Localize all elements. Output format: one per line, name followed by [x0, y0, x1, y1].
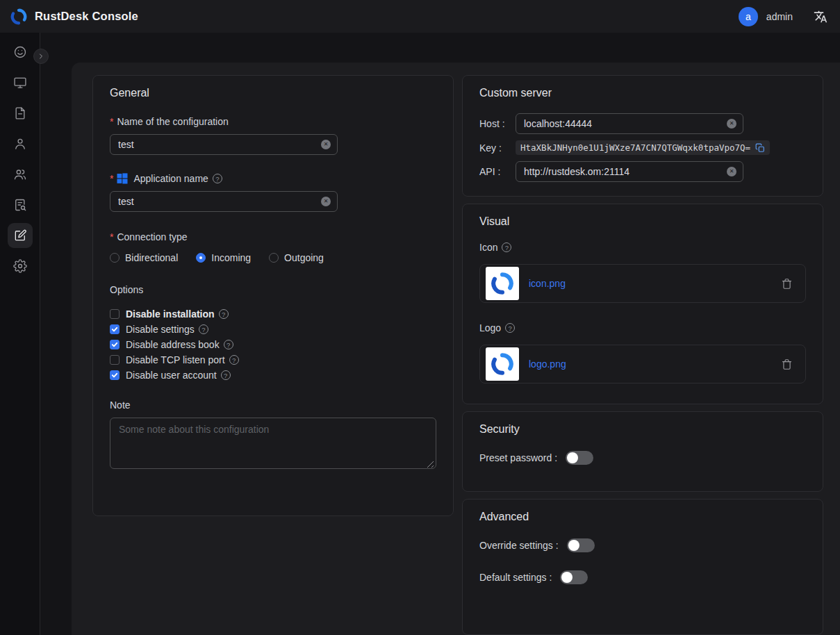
option-disable-tcp-listen-port[interactable]: Disable TCP listen port	[110, 352, 436, 368]
advanced-title: Advanced	[479, 511, 806, 523]
icon-file-thumbnail	[486, 267, 519, 300]
help-icon[interactable]	[219, 309, 229, 319]
sidebar	[0, 33, 40, 635]
brand: RustDesk Console	[10, 8, 138, 26]
host-input-wrap	[516, 113, 743, 134]
windows-icon	[117, 173, 128, 184]
option-disable-installation[interactable]: Disable installation	[110, 306, 436, 322]
copy-icon[interactable]	[755, 143, 765, 153]
icon-label: Icon	[479, 242, 806, 253]
rustdesk-logo-icon	[490, 352, 515, 377]
help-icon[interactable]	[213, 174, 222, 183]
help-icon[interactable]	[221, 370, 231, 380]
sidebar-item-groups[interactable]	[8, 162, 33, 187]
user-icon	[13, 137, 27, 151]
sidebar-item-audit[interactable]	[8, 101, 33, 126]
clear-icon[interactable]	[321, 140, 331, 149]
logo-file-thumbnail	[486, 347, 519, 381]
help-icon[interactable]	[229, 355, 239, 365]
main-content: General * Name of the configuration * Ap…	[72, 63, 840, 635]
help-icon[interactable]	[199, 324, 208, 334]
note-textarea[interactable]	[110, 418, 436, 469]
sidebar-item-users[interactable]	[8, 131, 33, 156]
rustdesk-logo-icon	[10, 8, 28, 26]
radio-circle[interactable]	[269, 253, 279, 263]
default-settings-toggle[interactable]	[560, 570, 588, 584]
radio-circle[interactable]	[110, 253, 120, 263]
host-label: Host :	[479, 118, 516, 129]
sidebar-collapse-button[interactable]	[33, 49, 49, 64]
clear-icon[interactable]	[727, 167, 736, 176]
logo-file-link[interactable]: logo.png	[529, 358, 566, 370]
rustdesk-logo-icon	[490, 271, 515, 296]
sidebar-item-custom-clients[interactable]	[8, 223, 33, 248]
required-asterisk: *	[110, 173, 113, 184]
help-icon[interactable]	[502, 242, 511, 252]
app-title: RustDesk Console	[35, 10, 138, 23]
name-label: * Name of the configuration	[110, 116, 436, 127]
trash-icon[interactable]	[781, 278, 793, 290]
connection-type-group: Bidirectional Incoming Outgoing	[110, 252, 436, 263]
security-card: Security Preset password :	[462, 411, 823, 492]
document-icon	[13, 106, 27, 120]
icon-file-card: icon.png	[479, 264, 806, 303]
host-input[interactable]	[524, 118, 727, 129]
chevron-right-icon	[37, 52, 45, 60]
option-disable-address-book[interactable]: Disable address book	[110, 337, 436, 352]
checkbox[interactable]	[110, 309, 120, 319]
topbar: RustDesk Console a admin	[0, 0, 840, 33]
checkbox[interactable]	[110, 324, 120, 334]
option-disable-settings[interactable]: Disable settings	[110, 322, 436, 337]
monitor-icon	[13, 76, 27, 90]
radio-circle[interactable]	[196, 253, 206, 263]
translate-icon[interactable]	[814, 10, 827, 24]
preset-password-toggle[interactable]	[566, 451, 593, 465]
default-settings-row: Default settings :	[479, 570, 806, 584]
app-name-input[interactable]	[118, 196, 321, 207]
note-label: Note	[110, 399, 436, 411]
clear-icon[interactable]	[727, 119, 736, 129]
sidebar-item-devices[interactable]	[8, 70, 33, 95]
sidebar-item-dashboard[interactable]	[8, 40, 33, 65]
general-title: General	[110, 87, 436, 99]
logo-file-card: logo.png	[479, 345, 806, 384]
override-settings-row: Override settings :	[479, 538, 806, 552]
gear-icon	[13, 259, 27, 273]
username[interactable]: admin	[766, 11, 793, 22]
key-label: Key :	[479, 142, 516, 154]
preset-password-label: Preset password :	[479, 452, 557, 463]
smiley-icon	[13, 45, 27, 59]
default-settings-label: Default settings :	[479, 572, 552, 583]
key-value-chip: HtaXBkJNHyn0e1U1jWXze7A7CN7QTGWqxk0tpaVp…	[516, 140, 770, 155]
required-asterisk: *	[110, 116, 113, 127]
checkbox[interactable]	[110, 370, 120, 380]
trash-icon[interactable]	[781, 358, 793, 370]
icon-file-link[interactable]: icon.png	[529, 278, 566, 289]
help-icon[interactable]	[224, 340, 233, 349]
options-list: Disable installation Disable settings Di…	[110, 306, 436, 383]
sidebar-item-settings[interactable]	[8, 254, 33, 279]
logo-label: Logo	[479, 322, 806, 333]
sidebar-item-logs[interactable]	[8, 192, 33, 217]
custom-server-title: Custom server	[479, 87, 806, 99]
avatar[interactable]: a	[739, 7, 758, 26]
key-value: HtaXBkJNHyn0e1U1jWXze7A7CN7QTGWqxk0tpaVp…	[520, 142, 750, 153]
checkbox[interactable]	[110, 340, 120, 349]
help-icon[interactable]	[505, 323, 515, 333]
visual-title: Visual	[479, 215, 806, 228]
checkbox[interactable]	[110, 355, 120, 365]
advanced-card: Advanced Override settings : Default set…	[462, 499, 823, 635]
security-title: Security	[479, 423, 806, 436]
override-settings-toggle[interactable]	[567, 538, 595, 552]
radio-incoming[interactable]: Incoming	[196, 252, 251, 263]
name-input[interactable]	[118, 139, 321, 150]
app-name-label: * Application name	[110, 173, 436, 184]
name-input-wrap	[110, 134, 338, 155]
clear-icon[interactable]	[321, 197, 331, 206]
preset-password-row: Preset password :	[479, 451, 806, 465]
radio-outgoing[interactable]: Outgoing	[269, 252, 324, 263]
document-search-icon	[13, 198, 27, 212]
radio-bidirectional[interactable]: Bidirectional	[110, 252, 178, 263]
option-disable-user-account[interactable]: Disable user account	[110, 368, 436, 383]
api-input[interactable]	[524, 166, 727, 177]
